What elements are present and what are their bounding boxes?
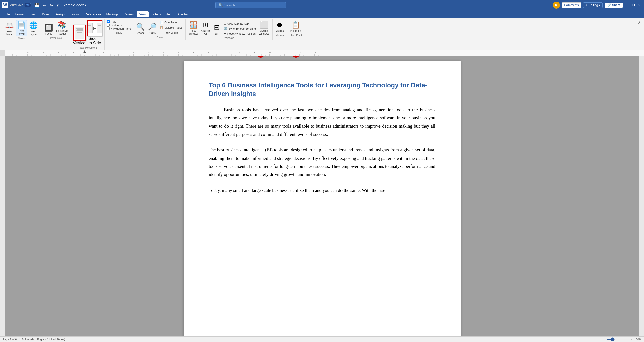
- menu-home[interactable]: Home: [12, 11, 26, 17]
- document-title: Top 6 Business Intelligence Tools for Le…: [209, 81, 435, 98]
- title-bar-right: K Comments ✏ Editing ▾ 🔗 Share — ❐ ✕: [429, 2, 642, 9]
- zoom-100-icon: 🔎: [148, 23, 157, 31]
- quick-access-toolbar: 💾 ↩ ↪ ▾: [33, 2, 60, 8]
- redo-button[interactable]: ↪: [49, 2, 54, 8]
- document-paragraph-3: Today, many small and large scale busine…: [209, 186, 435, 194]
- filename: Example.docx ▾: [62, 3, 87, 7]
- menu-view[interactable]: View: [137, 11, 149, 17]
- gridlines-checkbox-label[interactable]: Gridlines: [107, 24, 131, 27]
- zoom-100-button[interactable]: 🔎 100%: [147, 22, 158, 35]
- svg-text:-1: -1: [102, 51, 104, 54]
- pencil-icon: ✏: [585, 3, 588, 7]
- document-scroll[interactable]: 1 2 Top 6 Business Intelligence Tools fo…: [5, 56, 639, 342]
- svg-text:2: 2: [148, 51, 149, 54]
- customize-quick-access[interactable]: ▾: [56, 2, 60, 8]
- split-button[interactable]: ⊟ Split: [212, 23, 222, 36]
- reset-window-button[interactable]: ↩ Reset Window Position: [223, 31, 257, 36]
- focus-button[interactable]: 🔲 Focus: [43, 23, 54, 36]
- save-button[interactable]: 💾: [33, 2, 41, 8]
- close-button[interactable]: ✕: [637, 3, 642, 8]
- zoom-icon: 🔍: [136, 23, 145, 31]
- view-side-by-side-button[interactable]: ⊟ View Side by Side: [223, 22, 257, 26]
- read-mode-button[interactable]: 📖 ReadMode: [4, 21, 15, 36]
- print-layout-icon: 📄: [17, 21, 26, 29]
- menu-insert[interactable]: Insert: [26, 11, 40, 17]
- navigation-pane-checkbox[interactable]: [107, 27, 110, 30]
- immersive-reader-icon: 📚: [58, 21, 66, 29]
- gridlines-checkbox[interactable]: [107, 24, 110, 27]
- vertical-button[interactable]: Vertical: [73, 25, 86, 45]
- new-window-icon: 🪟: [189, 21, 198, 29]
- language: English (United States): [37, 338, 65, 341]
- user-avatar: K: [553, 2, 560, 9]
- split-icon: ⊟: [214, 23, 220, 32]
- ribbon-group-zoom: 🔍 Zoom 🔎 100% 📄 One Page 📋 Multiple Page…: [133, 19, 186, 40]
- ribbon-group-macros: ⏺ Macros Macros: [273, 19, 287, 38]
- title-bar-center: 🔍: [215, 2, 429, 8]
- print-layout-button[interactable]: 📄 PrintLayout: [16, 20, 27, 36]
- menu-acrobat[interactable]: Acrobat: [175, 11, 191, 17]
- ribbon: 📖 ReadMode 📄 PrintLayout 🌐 WebLayout Vie…: [0, 18, 644, 50]
- one-page-button[interactable]: 📄 One Page: [159, 20, 183, 24]
- svg-text:4: 4: [178, 51, 179, 54]
- menu-mailings[interactable]: Mailings: [104, 11, 121, 17]
- zoom-slider[interactable]: [607, 339, 632, 340]
- side-to-side-thumb: ▶: [87, 20, 102, 36]
- one-page-icon: 📄: [160, 21, 163, 24]
- svg-text:-3: -3: [72, 51, 74, 54]
- ruler-bar: -6-5-4-3-2-1012345678910111213: [0, 50, 644, 56]
- side-to-side-button[interactable]: ▶ Sideto Side: [87, 20, 102, 45]
- menu-references[interactable]: References: [82, 11, 104, 17]
- ruler-checkbox-label[interactable]: Ruler: [107, 20, 131, 23]
- web-layout-button[interactable]: 🌐 WebLayout: [28, 21, 39, 36]
- read-mode-icon: 📖: [5, 21, 14, 29]
- svg-text:-6: -6: [27, 51, 29, 54]
- word-count: 1,542 words: [19, 338, 34, 341]
- menu-draw[interactable]: Draw: [39, 11, 52, 17]
- menu-zotero[interactable]: Zotero: [149, 11, 163, 17]
- share-button[interactable]: 🔗 Share: [605, 3, 623, 8]
- comments-button[interactable]: Comments: [562, 2, 581, 8]
- editing-button[interactable]: ✏ Editing ▾: [583, 2, 603, 8]
- search-input[interactable]: [224, 3, 283, 7]
- zoom-button[interactable]: 🔍 Zoom: [135, 22, 146, 35]
- show-checkboxes: Ruler Gridlines Navigation Pane: [107, 20, 131, 30]
- navigation-pane-checkbox-label[interactable]: Navigation Pane: [107, 27, 131, 30]
- ribbon-collapse-button[interactable]: ∧: [637, 19, 642, 26]
- search-icon: 🔍: [219, 3, 223, 7]
- macros-button[interactable]: ⏺ Macros: [275, 20, 285, 33]
- menu-review[interactable]: Review: [121, 11, 137, 17]
- chevron-up-icon: ∧: [638, 20, 641, 25]
- autosave-toggle[interactable]: Off: [24, 3, 31, 7]
- focus-icon: 🔲: [44, 23, 53, 32]
- web-layout-icon: 🌐: [29, 21, 38, 29]
- document-page: 1 2 Top 6 Business Intelligence Tools fo…: [184, 61, 461, 342]
- menu-design[interactable]: Design: [52, 11, 67, 17]
- page-width-button[interactable]: ↔ Page Width: [159, 31, 183, 35]
- menu-help[interactable]: Help: [163, 11, 175, 17]
- multiple-pages-button[interactable]: 📋 Multiple Pages: [159, 25, 183, 30]
- menu-layout[interactable]: Layout: [67, 11, 82, 17]
- new-window-button[interactable]: 🪟 NewWindow: [188, 20, 199, 36]
- page-width-icon: ↔: [160, 31, 163, 34]
- minimize-button[interactable]: —: [625, 3, 630, 8]
- menu-bar: File Home Insert Draw Design Layout Refe…: [0, 10, 644, 18]
- multiple-pages-icon: 📋: [160, 26, 163, 29]
- ruler-checkbox[interactable]: [107, 20, 110, 23]
- arrange-all-icon: ⊞: [202, 21, 208, 29]
- restore-button[interactable]: ❐: [631, 3, 636, 8]
- sync-scrolling-button[interactable]: 🔄 Synchronous Scrolling: [223, 26, 257, 31]
- svg-text:9: 9: [253, 51, 255, 54]
- immersive-reader-button[interactable]: 📚 ImmersiveReader: [55, 20, 69, 36]
- properties-button[interactable]: 📋 Properties: [289, 20, 302, 33]
- switch-windows-button[interactable]: ⬜ SwitchWindows: [258, 20, 270, 36]
- svg-text:-5: -5: [42, 51, 44, 54]
- svg-text:8: 8: [238, 51, 240, 54]
- badge-1: 1: [292, 56, 300, 58]
- search-box[interactable]: 🔍: [215, 2, 286, 8]
- menu-file[interactable]: File: [2, 11, 12, 17]
- svg-text:10: 10: [268, 51, 271, 54]
- undo-button[interactable]: ↩: [42, 2, 47, 8]
- arrange-all-button[interactable]: ⊞ ArrangeAll: [200, 20, 211, 36]
- svg-text:0: 0: [118, 51, 119, 54]
